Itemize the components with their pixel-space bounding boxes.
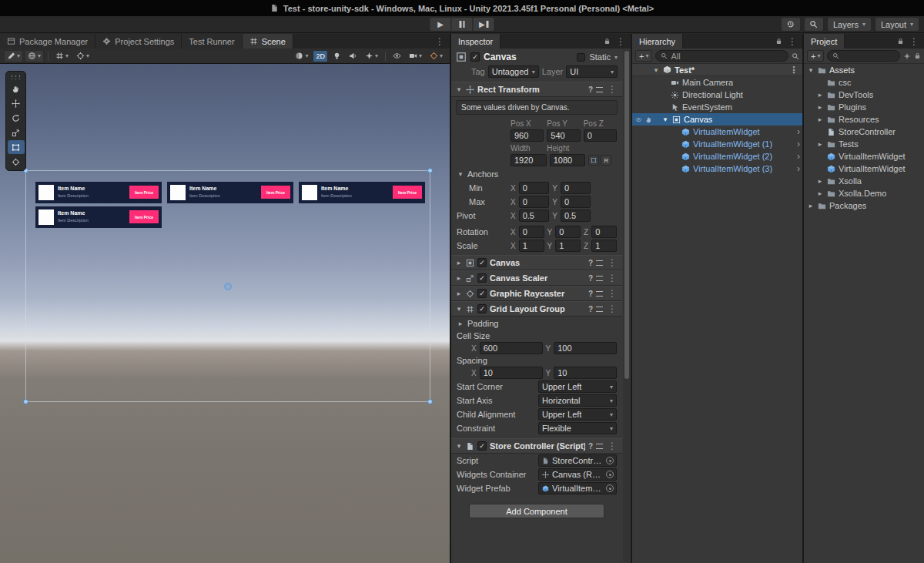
snap-settings-dropdown[interactable]: ▾ — [73, 50, 92, 62]
foldout-arrow[interactable]: ▸ — [816, 116, 824, 123]
create-asset-button[interactable]: +▾ — [807, 50, 824, 62]
rect-handle-bottom-left[interactable] — [23, 399, 28, 404]
item-price-button[interactable]: Item Price — [261, 186, 290, 199]
presets-icon[interactable] — [596, 291, 603, 297]
hierarchy-item-canvas[interactable]: ▾ Canvas — [632, 113, 802, 126]
move-tool[interactable] — [8, 96, 25, 110]
widgets-container-object-field[interactable]: Canvas (Rect Transfo — [538, 468, 617, 481]
rotate-tool[interactable] — [8, 111, 25, 125]
rect-transform-header[interactable]: ▾ Rect Transform ? ⋮ — [451, 82, 622, 97]
camera-settings-dropdown[interactable]: ▾ — [406, 50, 425, 62]
scene-lighting-toggle[interactable] — [330, 50, 344, 62]
graphic-raycaster-header[interactable]: ▸ ✓ Graphic Raycaster ? ⋮ — [451, 286, 622, 301]
view-hand-tool[interactable] — [8, 82, 25, 96]
width-field[interactable]: 1920 — [511, 154, 547, 166]
component-enabled-checkbox[interactable]: ✓ — [477, 289, 487, 298]
constraint-dropdown[interactable]: Flexible▾ — [538, 422, 617, 434]
presets-icon[interactable] — [596, 87, 603, 92]
lock-icon[interactable] — [604, 38, 611, 45]
prefab-open-chevron[interactable]: › — [797, 128, 800, 136]
height-field[interactable]: 1080 — [550, 154, 586, 166]
prefab-open-chevron[interactable]: › — [797, 152, 800, 160]
anchors-foldout-row[interactable]: ▾ Anchors — [451, 167, 622, 181]
script-object-field[interactable]: StoreController — [538, 454, 617, 467]
search-options-icon[interactable] — [792, 52, 799, 60]
tab-project[interactable]: Project — [804, 34, 845, 49]
create-object-button[interactable]: +▾ — [635, 50, 652, 62]
scene-visibility-toggle[interactable] — [390, 50, 404, 62]
project-item-xsolla-demo[interactable]: ▸ Xsolla.Demo — [804, 187, 924, 199]
virtual-item-widget-card[interactable]: Item Name Item Description Item Price — [167, 182, 293, 203]
tag-dropdown[interactable]: Untagged▾ — [488, 65, 539, 78]
pos-y-field[interactable]: 540 — [547, 129, 580, 142]
hierarchy-item-eventsystem[interactable]: EventSystem — [632, 101, 802, 113]
pivot-y-field[interactable]: 0.5 — [561, 209, 591, 222]
foldout-arrow[interactable]: ▸ — [816, 103, 824, 111]
foldout-arrow[interactable]: ▾ — [661, 116, 669, 123]
grid-visibility-dropdown[interactable]: ▾ — [52, 50, 72, 62]
tab-project-settings[interactable]: Project Settings — [95, 34, 182, 49]
undo-history-button[interactable] — [781, 17, 801, 32]
scrollbar-thumb[interactable] — [624, 51, 629, 379]
rect-handle-top-right[interactable] — [427, 168, 433, 173]
tab-menu-kebab[interactable]: ⋮ — [908, 36, 920, 47]
project-item-tests[interactable]: ▸ Tests — [804, 138, 924, 150]
rotation-z-field[interactable]: 0 — [591, 226, 617, 238]
rotation-x-field[interactable]: 0 — [519, 226, 544, 238]
foldout-arrow[interactable]: ▸ — [816, 91, 824, 99]
anchor-max-x-field[interactable]: 0 — [519, 196, 550, 208]
scene-viewport[interactable]: Item Name Item Description Item Price It… — [0, 64, 450, 563]
foldout-arrow[interactable]: ▾ — [455, 85, 463, 93]
foldout-arrow[interactable]: ▸ — [816, 177, 824, 185]
foldout-arrow[interactable]: ▾ — [652, 66, 660, 74]
tab-test-runner[interactable]: Test Runner — [182, 34, 242, 49]
presets-icon[interactable] — [596, 444, 603, 449]
hierarchy-item-virtualitemwidget-1[interactable]: VirtualItemWidget (1) › — [632, 138, 802, 150]
foldout-arrow[interactable]: ▸ — [816, 140, 824, 148]
presets-icon[interactable] — [596, 260, 603, 266]
pause-button[interactable] — [451, 17, 474, 32]
project-root-assets[interactable]: ▾ Assets — [804, 64, 924, 76]
component-menu-kebab[interactable]: ⋮ — [606, 441, 618, 451]
tab-hierarchy[interactable]: Hierarchy — [632, 34, 683, 49]
project-item-virtualitemwidget-prefab[interactable]: VirtualItemWidget — [804, 150, 924, 163]
virtual-item-widget-card[interactable]: Item Name Item Description Item Price — [35, 206, 162, 228]
overlay-drag-handle[interactable] — [9, 74, 22, 79]
prefab-open-chevron[interactable]: › — [797, 165, 800, 173]
object-picker-icon[interactable] — [606, 457, 614, 464]
raw-edit-mode-toggle[interactable]: R — [601, 155, 611, 166]
tab-menu-kebab[interactable]: ⋮ — [786, 36, 798, 47]
component-enabled-checkbox[interactable]: ✓ — [477, 273, 487, 283]
canvas-component-header[interactable]: ▸ ✓ Canvas ? ⋮ — [451, 255, 622, 270]
pivot-mode-dropdown[interactable]: ▾ — [25, 50, 44, 62]
project-item-devtools[interactable]: ▸ DevTools — [804, 89, 924, 101]
tool-settings-dropdown[interactable]: ▾ — [4, 50, 23, 62]
spacing-y-field[interactable]: 10 — [554, 367, 617, 379]
padding-foldout-row[interactable]: ▸ Padding — [451, 317, 622, 330]
component-menu-kebab[interactable]: ⋮ — [606, 288, 618, 299]
project-root-packages[interactable]: ▸ Packages — [804, 199, 924, 212]
store-controller-header[interactable]: ▾ ✓ Store Controller (Script) ? ⋮ — [451, 438, 622, 454]
help-icon[interactable]: ? — [588, 274, 593, 283]
help-icon[interactable]: ? — [588, 305, 593, 313]
widget-prefab-object-field[interactable]: VirtualItemWidget (Virt — [538, 482, 617, 494]
hierarchy-item-virtualitemwidget-2[interactable]: VirtualItemWidget (2) › — [632, 150, 802, 163]
transform-tool[interactable] — [8, 155, 25, 169]
scene-audio-toggle[interactable] — [346, 50, 360, 62]
lock-icon[interactable] — [897, 38, 904, 45]
layers-dropdown[interactable]: Layers▾ — [827, 17, 872, 32]
scene-menu-kebab[interactable]: ⋮ — [788, 65, 800, 75]
2d-toggle-button[interactable]: 2D — [313, 50, 328, 62]
cell-size-x-field[interactable]: 600 — [480, 342, 543, 354]
object-picker-icon[interactable] — [606, 484, 614, 492]
item-price-button[interactable]: Item Price — [129, 210, 159, 223]
layer-dropdown[interactable]: UI▾ — [566, 65, 618, 78]
scale-x-field[interactable]: 1 — [519, 240, 544, 252]
project-search-input[interactable] — [827, 50, 900, 62]
pivot-x-field[interactable]: 0.5 — [519, 209, 550, 222]
help-icon[interactable]: ? — [588, 85, 593, 94]
project-item-xsolla[interactable]: ▸ Xsolla — [804, 175, 924, 187]
start-axis-dropdown[interactable]: Horizontal▾ — [538, 394, 617, 407]
hierarchy-item-virtualitemwidget-3[interactable]: VirtualItemWidget (3) › — [632, 163, 802, 175]
virtual-item-widget-card[interactable]: Item Name Item Description Item Price — [35, 182, 162, 203]
